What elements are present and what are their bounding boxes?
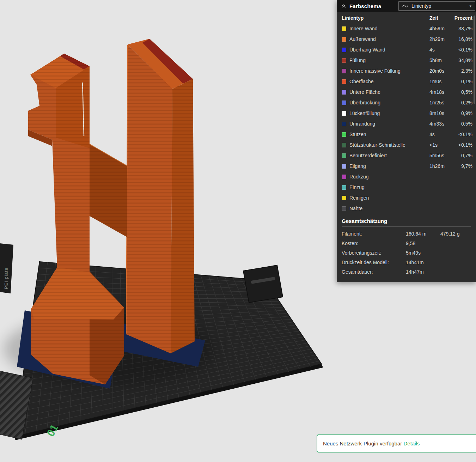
legend-row[interactable]: Stützstruktur-Schnittstelle <1s <0.1% — [342, 140, 472, 150]
color-scheme-panel: Farbschema Linientyp ▾ Linientyp Zeit Pr… — [337, 0, 476, 282]
legend-row[interactable]: Rückzug — [342, 171, 472, 182]
linetype-percent: 0,7% — [452, 153, 472, 158]
linetype-color-swatch — [342, 132, 346, 137]
linetype-color-swatch — [342, 175, 346, 179]
legend-row[interactable]: Oberfläche 1m0s 0,1% — [342, 76, 472, 87]
sliced-model[interactable] — [4, 39, 215, 389]
notification-details-link[interactable]: Details — [403, 440, 420, 446]
legend-row[interactable]: Reinigen — [342, 193, 472, 203]
linetype-color-swatch — [342, 164, 346, 169]
legend-row[interactable]: Eilgang 1h26m 9,7% — [342, 161, 472, 171]
legend-row[interactable]: Nähte — [342, 203, 472, 214]
linetype-percent: <0.1% — [452, 132, 472, 137]
legend-row[interactable]: Innere massive Füllung 20m0s 2,3% — [342, 66, 472, 76]
summary-value: 14h47m — [406, 269, 440, 275]
linetype-color-swatch — [342, 101, 346, 105]
chevron-down-icon: ▾ — [469, 4, 471, 8]
linetype-color-swatch — [342, 26, 346, 31]
column-linetype: Linientyp — [342, 15, 429, 21]
linetype-color-swatch — [342, 185, 346, 190]
legend-row[interactable]: Überbrückung 1m25s 0,2% — [342, 97, 472, 108]
linetype-percent: 34,8% — [452, 57, 472, 63]
linetype-percent: 9,7% — [452, 163, 472, 169]
linetype-time: 4h59m — [429, 26, 452, 31]
legend-row[interactable]: Innere Wand 4h59m 33,7% — [342, 23, 472, 34]
linetype-color-swatch — [342, 196, 346, 200]
linetype-time: 20m0s — [429, 68, 452, 74]
linetype-percent: 0,1% — [452, 79, 472, 84]
linetype-percent: 0,5% — [452, 121, 472, 127]
legend-header-row: Linientyp Zeit Prozent — [342, 13, 472, 23]
linetype-time: <1s — [429, 142, 452, 148]
summary-title: Gesamtschätzung — [342, 217, 471, 226]
linetype-color-swatch — [342, 111, 346, 116]
linetype-label: Überhang Wand — [349, 47, 429, 53]
legend-row[interactable]: Überhang Wand 4s <0.1% — [342, 44, 472, 55]
linetype-time: 4m33s — [429, 121, 452, 127]
legend-row[interactable]: Außenwand 2h29m 16,8% — [342, 34, 472, 44]
legend-row[interactable]: Einzug — [342, 182, 472, 193]
linetype-percent: 0,5% — [452, 89, 472, 95]
linetype-time: 1m25s — [429, 100, 452, 105]
linetype-color-swatch — [342, 69, 346, 73]
plate-label: PEI plate — [4, 267, 9, 289]
summary-section: Gesamtschätzung Filament: 160,64 m 479,1… — [337, 214, 476, 282]
linetype-label: Benutzerdefiniert — [349, 153, 429, 158]
linetype-label: Eilgang — [349, 163, 429, 169]
summary-value: 9,58 — [406, 241, 440, 246]
linetype-percent: 2,3% — [452, 68, 472, 74]
summary-value: 160,64 m — [406, 231, 440, 237]
notification-text: Neues Netzwerk-Plugin verfügbar — [323, 440, 402, 446]
summary-row: Filament: 160,64 m 479,12 g — [342, 229, 471, 238]
column-time: Zeit — [429, 15, 452, 21]
linetype-time: 5h8m — [429, 57, 452, 63]
linetype-time: 4s — [429, 132, 452, 137]
legend-row[interactable]: Stützen 4s <0.1% — [342, 129, 472, 140]
linetype-label: Überbrückung — [349, 100, 429, 105]
summary-label: Filament: — [342, 231, 406, 237]
panel-header: Farbschema Linientyp ▾ — [337, 0, 476, 12]
legend-row[interactable]: Untere Fläche 4m18s 0,5% — [342, 87, 472, 97]
summary-row: Druckzeit des Modell: 14h41m — [342, 257, 471, 267]
summary-row: Vorbereitungszeit: 5m49s — [342, 248, 471, 257]
linetype-percent: <0.1% — [452, 142, 472, 148]
summary-label: Druckzeit des Modell: — [342, 260, 406, 265]
linetype-time: 2h29m — [429, 36, 452, 42]
linetype-color-swatch — [342, 153, 346, 158]
summary-divider — [342, 226, 471, 227]
linetype-label: Nähte — [349, 206, 429, 211]
linetype-color-swatch — [342, 79, 346, 84]
network-plugin-notification: Neues Netzwerk-Plugin verfügbar Details — [317, 434, 476, 452]
panel-title: Farbschema — [349, 3, 381, 9]
summary-label: Vorbereitungszeit: — [342, 250, 406, 256]
linetype-color-swatch — [342, 37, 346, 42]
collapse-panel-icon[interactable] — [341, 4, 346, 8]
linetype-percent: 16,8% — [452, 36, 472, 42]
linetype-label: Füllung — [349, 57, 429, 63]
linetype-color-swatch — [342, 58, 346, 63]
linetype-color-swatch — [342, 48, 346, 52]
linetype-label: Lückenfüllung — [349, 110, 429, 116]
linetype-time: 1h26m — [429, 163, 452, 169]
summary-value: 14h41m — [406, 260, 440, 265]
legend-row[interactable]: Lückenfüllung 8m10s 0,9% — [342, 108, 472, 118]
panel-scrollbar[interactable] — [474, 16, 475, 104]
legend-rows: Innere Wand 4h59m 33,7% Außenwand 2h29m … — [342, 23, 472, 214]
linetype-label: Reinigen — [349, 195, 429, 201]
linetype-color-swatch — [342, 90, 346, 95]
linetype-label: Innere Wand — [349, 26, 429, 31]
summary-label: Gesamtdauer: — [342, 269, 406, 275]
legend-row[interactable]: Benutzerdefiniert 5m56s 0,7% — [342, 150, 472, 161]
linetype-time: 4m18s — [429, 89, 452, 95]
linetype-label: Innere massive Füllung — [349, 68, 429, 74]
linetype-time: 4s — [429, 47, 452, 53]
summary-value2: 479,12 g — [440, 231, 471, 237]
linetype-label: Rückzug — [349, 174, 429, 180]
model-web — [89, 144, 127, 237]
linetype-color-swatch — [342, 206, 346, 211]
view-mode-dropdown[interactable]: Linientyp ▾ — [398, 1, 475, 11]
linetype-percent: 33,7% — [452, 26, 472, 31]
legend-row[interactable]: Füllung 5h8m 34,8% — [342, 55, 472, 66]
linetype-color-swatch — [342, 122, 346, 126]
legend-row[interactable]: Umrandung 4m33s 0,5% — [342, 118, 472, 129]
